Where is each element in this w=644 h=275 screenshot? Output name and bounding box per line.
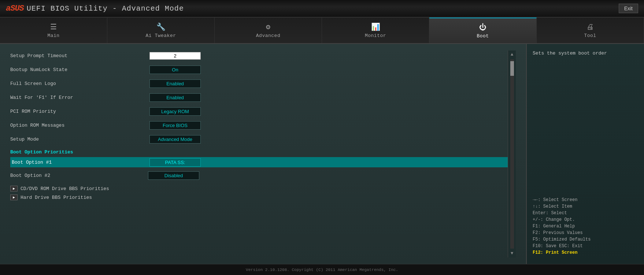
expand-label-hdd: Hard Drive BBS Priorities [21,195,92,200]
label-setupmode: Setup Mode [10,137,149,142]
expand-label-cddvd: CD/DVD ROM Drive BBS Priorities [21,186,109,192]
setting-row-optrom: Option ROM Messages Force BIOS [10,120,508,130]
nav-tabs: ☰ Main 🔧 Ai Tweaker ⚙ Advanced 📊 Monitor… [0,18,644,44]
expand-arrow-hdd: ▶ [10,194,18,200]
help-description: Sets the system boot order [533,51,638,56]
asus-logo: aSUS [6,4,24,13]
scroll-down-arrow[interactable]: ▼ [511,249,513,257]
tab-boot-label: Boot [477,33,489,39]
expand-hdd[interactable]: ▶ Hard Drive BBS Priorities [10,194,508,200]
shortcut-enter: Enter: Select [533,211,638,216]
boot-icon: ⏻ [479,23,486,32]
value-numlock[interactable]: On [149,66,201,74]
setting-row-numlock: Bootup NumLock State On [10,64,508,75]
boot-priorities-header: Boot Option Priorities [10,149,508,155]
value-optrom[interactable]: Force BIOS [149,121,201,130]
value-boot-option-1[interactable]: PATA SS: [149,158,201,167]
scroll-thumb[interactable] [510,61,514,76]
title-bar: aSUS UEFI BIOS Utility - Advanced Mode E… [0,0,644,18]
setting-row-logo: Full Screen Logo Enabled [10,78,508,89]
value-pci[interactable]: Legacy ROM [149,107,201,116]
help-panel: Sets the system boot order →←: Select Sc… [527,44,644,264]
scroll-up-arrow[interactable]: ▲ [511,51,513,59]
tab-ai-tweaker[interactable]: 🔧 Ai Tweaker [107,18,215,43]
setting-row-setupmode: Setup Mode Advanced Mode [10,134,508,144]
content-area: Setup Prompt Timeout Bootup NumLock Stat… [0,44,527,264]
app-title: UEFI BIOS Utility - Advanced Mode [27,4,184,13]
content-inner: Setup Prompt Timeout Bootup NumLock Stat… [10,51,508,257]
tab-boot[interactable]: ⏻ Boot [429,18,537,43]
tab-tool-label: Tool [584,33,596,38]
shortcut-f2: F2: Previous Values [533,230,638,235]
tab-ai-tweaker-label: Ai Tweaker [145,33,176,38]
shortcut-f5: F5: Optimized Defaults [533,237,638,242]
label-logo: Full Screen Logo [10,81,149,86]
value-logo[interactable]: Enabled [149,79,201,88]
footer: Version 2.10.1208. Copyright (C) 2011 Am… [0,264,644,275]
shortcut-f1: F1: General Help [533,224,638,229]
tool-icon: 🖨 [586,23,594,31]
label-optrom: Option ROM Messages [10,123,149,128]
expand-arrow-cddvd: ▶ [10,186,18,192]
boot-option-2-row: Boot Option #2 Disabled [10,170,508,181]
tab-advanced-label: Advanced [256,33,280,38]
label-numlock: Bootup NumLock State [10,67,149,73]
scroll-track [510,59,514,249]
tab-monitor-label: Monitor [365,33,386,38]
setting-row-waitf1: Wait For 'F1' If Error Enabled [10,92,508,103]
value-setupmode[interactable]: Advanced Mode [149,135,201,144]
advanced-icon: ⚙ [266,22,270,31]
setting-row-timeout: Setup Prompt Timeout [10,51,508,61]
monitor-icon: 📊 [371,22,380,31]
label-waitf1: Wait For 'F1' If Error [10,95,149,100]
expand-cddvd[interactable]: ▶ CD/DVD ROM Drive BBS Priorities [10,186,508,192]
exit-button[interactable]: Exit [619,4,638,13]
main-icon: ☰ [50,22,57,31]
tab-main-label: Main [47,33,59,38]
label-pci: PCI ROM Priority [10,109,149,114]
shortcut-f12: F12: Print Screen [533,250,638,255]
ai-tweaker-icon: 🔧 [156,22,166,31]
setting-row-pci: PCI ROM Priority Legacy ROM [10,106,508,116]
value-boot-option-2[interactable]: Disabled [148,171,199,180]
boot-option-1-row[interactable]: Boot Option #1 PATA SS: [10,157,508,167]
label-timeout: Setup Prompt Timeout [10,53,149,59]
scrollbar: ▲ ▼ [508,51,516,257]
tab-monitor[interactable]: 📊 Monitor [322,18,429,43]
shortcut-f10: F10: Save ESC: Exit [533,244,638,249]
tab-main[interactable]: ☰ Main [0,18,107,43]
tab-tool[interactable]: 🖨 Tool [537,18,644,43]
label-boot-option-1: Boot Option #1 [12,160,149,165]
tab-advanced[interactable]: ⚙ Advanced [215,18,322,43]
label-boot-option-2: Boot Option #2 [10,173,148,178]
shortcut-select-item: ↑↓: Select Item [533,204,638,209]
footer-text: Version 2.10.1208. Copyright (C) 2011 Am… [246,268,398,272]
value-waitf1[interactable]: Enabled [149,93,201,102]
input-timeout[interactable] [149,52,201,60]
shortcut-select-screen: →←: Select Screen [533,197,638,202]
main-layout: Setup Prompt Timeout Bootup NumLock Stat… [0,44,644,264]
shortcut-change-opt: +/-: Change Opt. [533,217,638,222]
